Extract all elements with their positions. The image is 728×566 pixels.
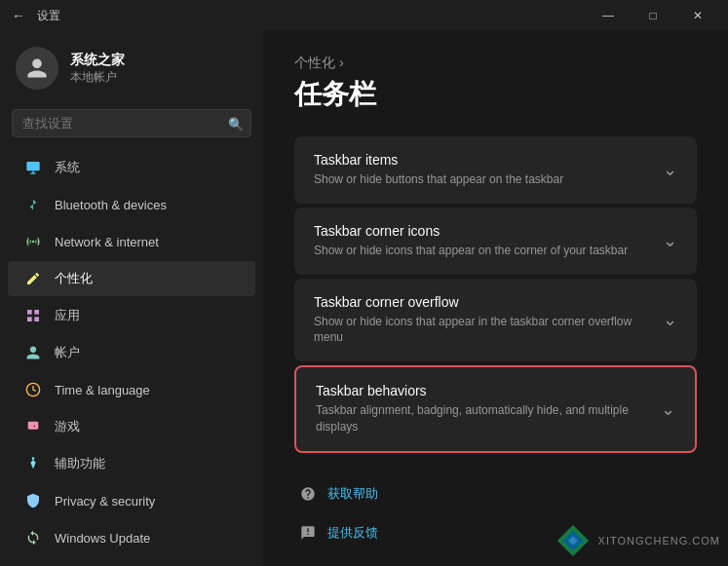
search-box: 🔍 (12, 109, 251, 137)
nav-item-privacy[interactable]: Privacy & security (8, 483, 255, 518)
svg-point-9 (32, 457, 35, 460)
help-link[interactable]: 获取帮助 (294, 476, 697, 511)
nav-item-bluetooth[interactable]: Bluetooth & devices (8, 187, 255, 222)
taskbar-corner-icons-card[interactable]: Taskbar corner icons Show or hide icons … (294, 208, 697, 275)
user-section: 系统之家 本地帐户 (0, 31, 263, 105)
user-subtitle: 本地帐户 (70, 69, 125, 86)
taskbar-corner-overflow-card[interactable]: Taskbar corner overflow Show or hide ico… (294, 279, 697, 362)
nav-item-system[interactable]: 系统 (8, 150, 255, 185)
network-icon (23, 232, 43, 251)
accounts-label: 帐户 (55, 344, 80, 361)
titlebar-controls: — □ ✕ (586, 0, 720, 31)
watermark-text: XITONGCHENG.COM (598, 535, 720, 547)
nav-item-personalization[interactable]: 个性化 (8, 261, 255, 296)
sidebar: 系统之家 本地帐户 🔍 系统 Bluetooth & dev (0, 31, 263, 566)
card-title-corner-icons: Taskbar corner icons (314, 223, 651, 239)
apps-label: 应用 (55, 307, 80, 324)
chevron-taskbar-items: ⌄ (663, 159, 677, 180)
settings-window: ← 设置 — □ ✕ 系统之家 本地帐户 (0, 0, 728, 566)
nav-item-time[interactable]: Time & language (8, 372, 255, 407)
user-info: 系统之家 本地帐户 (70, 52, 125, 86)
svg-rect-7 (34, 317, 39, 321)
nav-item-apps[interactable]: 应用 (8, 298, 255, 333)
nav-item-update[interactable]: Windows Update (8, 520, 255, 555)
nav-item-accounts[interactable]: 帐户 (8, 335, 255, 370)
apps-icon (23, 306, 43, 325)
search-input[interactable] (12, 109, 251, 137)
svg-rect-6 (27, 317, 32, 321)
feedback-label: 提供反馈 (327, 524, 378, 542)
personalization-label: 个性化 (55, 270, 93, 287)
update-label: Windows Update (55, 531, 150, 546)
accessibility-icon (23, 454, 43, 473)
svg-point-3 (32, 241, 35, 244)
network-label: Network & internet (55, 235, 159, 249)
privacy-label: Privacy & security (55, 494, 155, 509)
back-button[interactable]: ← (12, 8, 25, 23)
personalization-icon (23, 269, 43, 288)
accounts-icon (23, 343, 43, 362)
taskbar-behaviors-card[interactable]: Taskbar behaviors Taskbar alignment, bad… (294, 365, 697, 453)
watermark-logo (556, 523, 591, 558)
gaming-label: 游戏 (55, 418, 80, 435)
card-desc-corner-icons: Show or hide icons that appear on the co… (314, 243, 651, 259)
titlebar: ← 设置 — □ ✕ (0, 0, 728, 31)
privacy-icon (23, 491, 43, 510)
svg-rect-4 (27, 310, 32, 315)
user-name: 系统之家 (70, 52, 125, 69)
time-icon (23, 380, 43, 399)
help-label: 获取帮助 (327, 485, 378, 503)
page-title: 任务栏 (294, 76, 697, 113)
bluetooth-label: Bluetooth & devices (55, 198, 167, 212)
search-icon: 🔍 (228, 116, 244, 131)
close-button[interactable]: ✕ (675, 0, 720, 31)
card-desc-corner-overflow: Show or hide icons that appear in the ta… (314, 314, 651, 347)
system-label: 系统 (55, 159, 80, 176)
watermark: XITONGCHENG.COM (556, 523, 720, 558)
time-label: Time & language (55, 383, 150, 397)
card-title-taskbar-items: Taskbar items (314, 152, 651, 168)
accessibility-label: 辅助功能 (55, 455, 105, 472)
page-header: 个性化 › 任务栏 (294, 55, 697, 113)
nav-item-gaming[interactable]: 游戏 (8, 409, 255, 444)
chevron-corner-icons: ⌄ (663, 230, 677, 251)
gaming-icon (23, 417, 43, 436)
card-title-corner-overflow: Taskbar corner overflow (314, 294, 651, 310)
nav-item-accessibility[interactable]: 辅助功能 (8, 446, 255, 481)
main-content: 系统之家 本地帐户 🔍 系统 Bluetooth & dev (0, 31, 728, 566)
help-icon (298, 484, 318, 504)
svg-rect-5 (34, 310, 39, 315)
titlebar-left: ← 设置 (12, 8, 60, 24)
card-title-behaviors: Taskbar behaviors (316, 383, 649, 398)
bluetooth-icon (23, 195, 43, 214)
chevron-behaviors: ⌄ (661, 398, 675, 420)
system-icon (23, 158, 43, 177)
taskbar-items-card[interactable]: Taskbar items Show or hide buttons that … (294, 136, 697, 204)
window-title: 设置 (37, 8, 60, 24)
minimize-button[interactable]: — (586, 0, 631, 31)
maximize-button[interactable]: □ (631, 0, 675, 31)
feedback-icon (298, 523, 318, 543)
breadcrumb: 个性化 › (294, 55, 697, 72)
svg-rect-0 (26, 162, 39, 170)
update-icon (23, 528, 43, 547)
nav-item-network[interactable]: Network & internet (8, 224, 255, 259)
avatar-icon (25, 57, 49, 80)
avatar (16, 47, 58, 90)
card-desc-taskbar-items: Show or hide buttons that appear on the … (314, 171, 651, 188)
chevron-corner-overflow: ⌄ (663, 309, 677, 330)
main-panel: 个性化 › 任务栏 Taskbar items Show or hide but… (263, 31, 728, 566)
card-desc-behaviors: Taskbar alignment, badging, automaticall… (316, 402, 649, 435)
